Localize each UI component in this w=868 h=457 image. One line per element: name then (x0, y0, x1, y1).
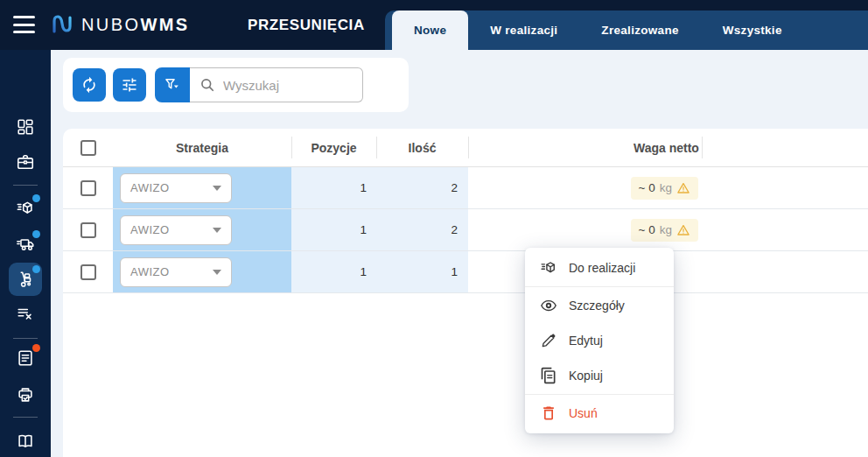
row-checkbox[interactable] (80, 222, 96, 238)
notification-dot (32, 230, 40, 238)
cell-ilosc: 2 (376, 209, 468, 250)
main-content: Strategia Pozycje Ilość Waga netto AWIZO… (51, 50, 868, 457)
package-delivery-icon (16, 199, 35, 218)
sidebar-item-printing[interactable] (9, 378, 42, 411)
sidebar-item-documents[interactable] (9, 341, 42, 375)
sidebar-divider (13, 338, 38, 339)
top-bar: NUBOWMS PRZESUNIĘCIA Nowe W realizacji Z… (0, 0, 868, 50)
tab-zrealizowane[interactable]: Zrealizowane (579, 11, 700, 50)
sidebar (0, 50, 51, 457)
cell-ilosc: 2 (376, 167, 468, 208)
column-header-ilosc[interactable]: Ilość (376, 129, 468, 166)
cell-ilosc: 1 (376, 251, 468, 292)
truck-delivery-icon (16, 235, 35, 254)
cell-pozycje: 1 (291, 209, 376, 250)
trash-icon (540, 404, 557, 422)
strategy-select[interactable]: AWIZO (120, 215, 232, 245)
toolbar (63, 58, 409, 112)
tune-icon (121, 76, 138, 94)
column-header-strategia[interactable]: Strategia (113, 129, 291, 166)
strategy-select[interactable]: AWIZO (120, 257, 232, 287)
sidebar-item-shipments[interactable] (9, 228, 42, 261)
package-delivery-icon (540, 259, 557, 277)
notification-dot (32, 265, 40, 273)
cell-pozycje: 1 (291, 251, 376, 292)
menu-divider (525, 394, 674, 395)
tab-strip: Nowe W realizacji Zrealizowane Wszystkie (385, 11, 868, 50)
dashboard-icon (16, 117, 35, 137)
refresh-button[interactable] (73, 68, 106, 102)
book-icon (16, 432, 35, 451)
row-context-menu: Do realizacji Szczegóły Edytuj Kopiuj (525, 248, 674, 433)
transfers-table: Strategia Pozycje Ilość Waga netto AWIZO… (63, 129, 868, 457)
notification-dot (32, 344, 40, 352)
table-row[interactable]: AWIZO 1 2 ~ 0kg (63, 209, 868, 251)
column-header-extra (702, 129, 868, 166)
list-check-icon (16, 304, 35, 323)
chevron-down-icon (213, 186, 221, 191)
copy-icon (540, 367, 557, 384)
tab-w-realizacji[interactable]: W realizacji (468, 11, 579, 50)
sidebar-divider (13, 417, 38, 418)
row-checkbox[interactable] (80, 180, 96, 196)
sidebar-divider (13, 185, 38, 186)
column-header-waga-netto[interactable]: Waga netto (468, 129, 702, 166)
menu-item-szczegoly[interactable]: Szczegóły (525, 288, 674, 323)
refresh-icon (80, 76, 98, 94)
warning-icon (676, 181, 690, 195)
row-checkbox[interactable] (80, 264, 96, 280)
cell-waga-netto: ~ 0kg (468, 209, 702, 250)
nubowms-logo-icon (50, 12, 74, 37)
pencil-icon (540, 332, 557, 349)
menu-item-kopiuj[interactable]: Kopiuj (525, 358, 674, 393)
menu-icon[interactable] (13, 16, 36, 33)
filter-button[interactable] (155, 67, 190, 102)
sidebar-item-briefcase[interactable] (9, 145, 42, 179)
document-icon (16, 348, 35, 368)
table-row[interactable]: AWIZO 1 2 ~ 0kg (63, 167, 868, 209)
menu-item-do-realizacji[interactable]: Do realizacji (525, 250, 674, 285)
menu-item-usun[interactable]: Usuń (525, 396, 674, 431)
strategy-select[interactable]: AWIZO (120, 173, 232, 203)
select-all-checkbox[interactable] (80, 140, 96, 156)
warning-icon (676, 223, 690, 237)
column-header-pozycje[interactable]: Pozycje (291, 129, 376, 166)
sidebar-item-transfers-active[interactable] (9, 263, 42, 296)
table-row[interactable]: AWIZO 1 1 (63, 251, 868, 293)
settings-button[interactable] (113, 68, 146, 102)
search-group (155, 67, 363, 102)
sidebar-item-task-list[interactable] (9, 297, 42, 330)
briefcase-icon (16, 152, 35, 172)
table-header-row: Strategia Pozycje Ilość Waga netto (63, 129, 868, 167)
tab-wszystkie[interactable]: Wszystkie (701, 11, 804, 50)
search-icon (199, 76, 216, 94)
print-check-icon (16, 385, 35, 404)
menu-divider (525, 286, 674, 287)
tab-nowe[interactable]: Nowe (392, 11, 468, 50)
cell-pozycje: 1 (291, 167, 376, 208)
hand-truck-icon (16, 270, 35, 289)
notification-dot (32, 194, 40, 202)
menu-item-edytuj[interactable]: Edytuj (525, 323, 674, 358)
brand-name: NUBOWMS (81, 15, 189, 35)
sidebar-item-dashboard[interactable] (9, 110, 42, 144)
chevron-down-icon (213, 228, 221, 233)
weight-estimate-badge: ~ 0kg (631, 177, 698, 200)
chevron-down-icon (213, 270, 221, 275)
filter-icon (164, 76, 181, 94)
eye-icon (540, 297, 557, 314)
sidebar-item-catalog[interactable] (9, 425, 42, 457)
page-title: PRZESUNIĘCIA (248, 0, 365, 50)
cell-waga-netto: ~ 0kg (468, 167, 702, 208)
weight-estimate-badge: ~ 0kg (631, 219, 698, 242)
sidebar-item-deliveries[interactable] (9, 192, 42, 225)
